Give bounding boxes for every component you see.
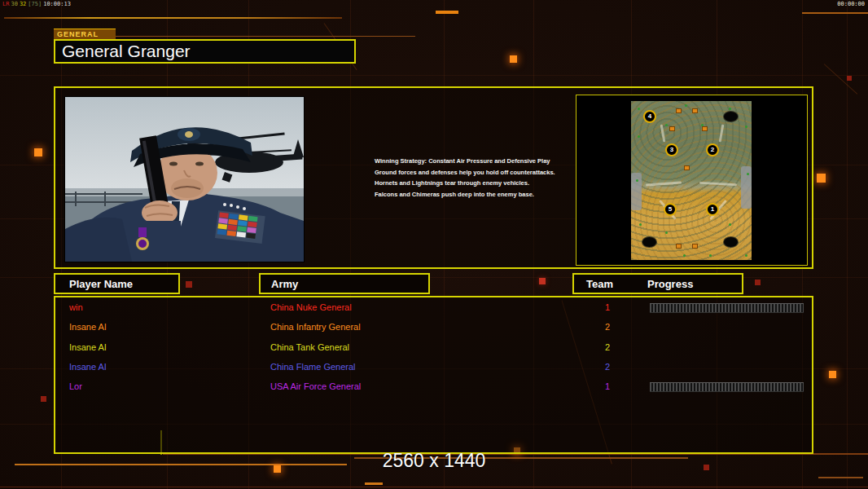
circuit-trace — [0, 487, 868, 487]
general-tab: GENERAL — [54, 29, 116, 39]
circuit-diagonal — [824, 64, 858, 95]
debug-time: 10:00:13 — [43, 1, 71, 7]
map-tree — [665, 231, 668, 234]
player-row: Insane AI China Flame General 2 — [55, 359, 812, 379]
debug-label: LR — [2, 1, 9, 7]
player-name: win — [69, 302, 83, 312]
map-tree — [638, 108, 640, 110]
briefing-line: Hornets and Lightnings tear through enem… — [375, 180, 570, 187]
player-team: 2 — [599, 342, 616, 352]
general-portrait — [65, 97, 304, 262]
strategy-briefing: Winning Strategy: Constant Air Pressure … — [375, 158, 570, 202]
match-timer: 00:00:00 — [837, 1, 865, 7]
briefing-line: Ground forces and defenses help you hold… — [375, 170, 570, 176]
general-info-panel: Winning Strategy: Constant Air Pressure … — [54, 86, 813, 269]
circuit-line — [847, 0, 848, 489]
player-team: 2 — [599, 362, 616, 372]
map-start-position: 2 — [706, 143, 719, 156]
map-supply-dock — [670, 127, 674, 130]
header-team-label: Team — [586, 278, 613, 290]
circuit-trace — [65, 36, 415, 37]
map-supply-dock — [703, 127, 707, 130]
deco-square — [41, 396, 46, 402]
player-team: 1 — [599, 302, 616, 312]
circuit-line — [0, 75, 868, 76]
deco-square — [539, 278, 546, 284]
map-supply-dock — [693, 244, 697, 248]
loading-progress-bar — [650, 303, 804, 313]
general-name-box: General Granger — [54, 39, 356, 64]
deco-square — [510, 55, 517, 63]
map-cliff — [660, 124, 666, 142]
player-row: Insane AI China Tank General 2 — [55, 340, 812, 359]
map-tree — [709, 254, 712, 257]
circuit-trace — [436, 11, 458, 14]
minimap: 4 3 2 5 1 — [631, 101, 752, 260]
map-tree — [636, 179, 638, 182]
circuit-trace — [818, 477, 863, 478]
deco-square — [829, 371, 836, 378]
player-army: USA Air Force General — [270, 381, 361, 391]
player-row: Lor USA Air Force General 1 — [55, 379, 812, 399]
deco-square — [847, 76, 852, 81]
map-start-position: 1 — [706, 203, 719, 216]
header-progress-label: Progress — [647, 278, 693, 290]
map-preview-panel: 4 3 2 5 1 — [576, 95, 808, 266]
map-supply-dock — [677, 244, 681, 248]
player-army: China Flame General — [270, 362, 356, 372]
map-supply-dock — [677, 109, 681, 112]
player-name: Insane AI — [69, 322, 107, 332]
map-cliff — [699, 182, 737, 186]
map-tree — [683, 254, 686, 257]
map-cliff — [719, 124, 725, 142]
header-team-progress: Team Progress — [572, 273, 743, 294]
player-team: 1 — [599, 381, 616, 391]
map-cliff — [631, 173, 642, 210]
map-tree — [639, 223, 642, 226]
map-tree — [701, 124, 704, 126]
map-start-position: 3 — [665, 143, 678, 156]
circuit-trace — [4, 17, 342, 19]
map-cliff — [646, 181, 682, 186]
debug-value-2: 32 — [20, 1, 26, 7]
map-start-position: 5 — [664, 203, 677, 216]
debug-value-1: 30 — [11, 1, 17, 7]
map-tree — [745, 126, 747, 128]
deco-square — [817, 174, 826, 183]
debug-value-3: [75] — [28, 1, 42, 7]
map-hole — [724, 112, 738, 121]
medal-ribbons — [215, 210, 265, 244]
map-tree — [638, 135, 640, 138]
player-name: Insane AI — [69, 362, 107, 372]
resolution-overlay: 2560 x 1440 — [0, 450, 868, 472]
deco-square — [186, 281, 192, 288]
loading-progress-bar — [650, 382, 804, 392]
player-army: China Nuke General — [270, 302, 352, 312]
map-tree — [729, 108, 731, 110]
map-tree — [665, 124, 668, 126]
map-tree — [745, 254, 747, 257]
player-roster-panel: win China Nuke General 1 Insane AI China… — [54, 296, 813, 454]
header-army: Army — [259, 273, 430, 294]
map-start-position: 4 — [643, 110, 656, 123]
player-row: Insane AI China Infantry General 2 — [55, 319, 812, 339]
player-name: Insane AI — [69, 342, 107, 352]
map-tree — [729, 223, 731, 226]
player-name: Lor — [69, 381, 82, 391]
briefing-line: Falcons and Chimeras push deep into the … — [375, 192, 570, 198]
map-hole — [642, 237, 656, 247]
player-team: 2 — [599, 322, 616, 332]
deco-square — [34, 148, 42, 156]
player-army: China Tank General — [270, 342, 349, 352]
player-row: win China Nuke General 1 — [55, 300, 812, 319]
debug-overlay: LR3032[75]10:00:13 — [2, 1, 72, 7]
briefing-line: Winning Strategy: Constant Air Pressure … — [375, 158, 570, 165]
deco-square — [755, 280, 761, 285]
header-player-name: Player Name — [54, 273, 180, 294]
map-tree — [747, 173, 749, 175]
header-army-label: Army — [271, 278, 298, 290]
circuit-trace — [365, 482, 383, 485]
circuit-trace — [802, 12, 868, 14]
map-supply-dock — [685, 166, 689, 170]
map-hole — [724, 237, 738, 247]
